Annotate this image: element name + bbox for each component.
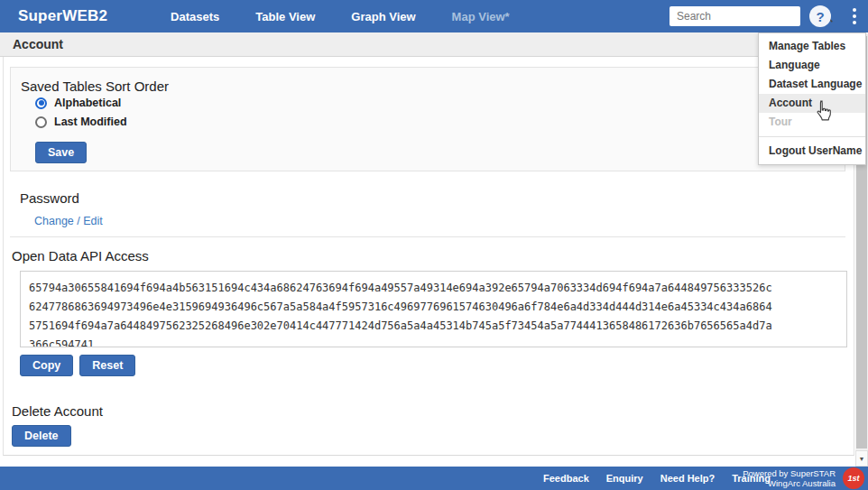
api-key-line: 5751694f694a7a6448497562325268496e302e70… [29,317,838,336]
help-icon[interactable]: ? [809,5,831,27]
top-navbar: SuperWEB2 Datasets Table View Graph View… [0,0,868,32]
footer-link-need-help[interactable]: Need Help? [660,473,716,484]
kebab-menu-icon[interactable] [846,6,863,26]
menu-divider [759,136,865,137]
radio-label: Alphabetical [54,97,121,109]
radio-unselected-icon[interactable] [35,116,47,128]
footer-bar: Feedback Enquiry Need Help? Training Pow… [0,467,868,490]
powered-by-text: Powered by SuperSTAR WingArc Australia [743,469,836,488]
api-key-box[interactable]: 65794a30655841694f694a4b563151694c434a68… [20,271,847,347]
api-key-line: 6247786863694973496e4e3159694936496c567a… [29,298,838,317]
api-access-heading: Open Data API Access [12,248,149,263]
page-title: Account [13,37,63,51]
password-heading: Password [20,190,79,206]
save-button[interactable]: Save [35,142,87,163]
delete-account-heading: Delete Account [12,403,103,419]
nav-item-graph-view[interactable]: Graph View [333,10,433,23]
main-nav: Datasets Table View Graph View Map View* [152,10,528,23]
nav-item-datasets[interactable]: Datasets [152,10,237,23]
api-key-actions: Copy Reset [20,355,135,376]
section-divider [10,236,845,237]
search-box [669,6,800,26]
radio-option-alphabetical[interactable]: Alphabetical [35,97,121,109]
radio-option-last-modified[interactable]: Last Modified [35,116,127,128]
copy-button[interactable]: Copy [20,355,73,376]
account-page-content: Saved Tables Sort Order Alphabetical Las… [3,57,854,456]
radio-selected-icon[interactable] [35,97,47,109]
reset-button[interactable]: Reset [79,355,135,376]
radio-label: Last Modified [54,116,127,128]
menu-item-logout[interactable]: Logout UserName [759,142,865,161]
powered-line2: WingArc Australia [743,479,836,489]
menu-item-dataset-language[interactable]: Dataset Language [759,75,865,94]
menu-item-account[interactable]: Account [759,94,865,113]
scroll-down-arrow-icon[interactable]: ▼ [855,450,868,467]
menu-item-manage-tables[interactable]: Manage Tables [759,37,865,56]
change-password-link[interactable]: Change / Edit [34,215,103,227]
menu-item-language[interactable]: Language [759,56,865,75]
app-logo: SuperWEB2 [18,7,107,25]
api-key-line: 65794a30655841694f694a4b563151694c434a68… [29,279,838,298]
menu-item-tour: Tour [759,113,865,132]
sort-order-panel: Saved Tables Sort Order Alphabetical Las… [10,67,845,171]
nav-item-table-view[interactable]: Table View [237,10,333,23]
footer-links: Feedback Enquiry Need Help? Training [543,467,771,490]
wingarc-1st-logo-icon: 1st [843,467,864,489]
footer-link-feedback[interactable]: Feedback [543,473,589,484]
api-key-line: 366c594741 [29,336,838,347]
search-input[interactable] [669,10,820,23]
sort-order-heading: Saved Tables Sort Order [21,79,169,94]
page-title-bar: Account [0,32,855,57]
app-dropdown-menu: Manage Tables Language Dataset Language … [758,32,866,165]
delete-button[interactable]: Delete [12,425,71,447]
powered-line1: Powered by SuperSTAR [743,469,836,479]
nav-item-map-view[interactable]: Map View* [434,10,528,23]
footer-link-enquiry[interactable]: Enquiry [606,473,643,484]
